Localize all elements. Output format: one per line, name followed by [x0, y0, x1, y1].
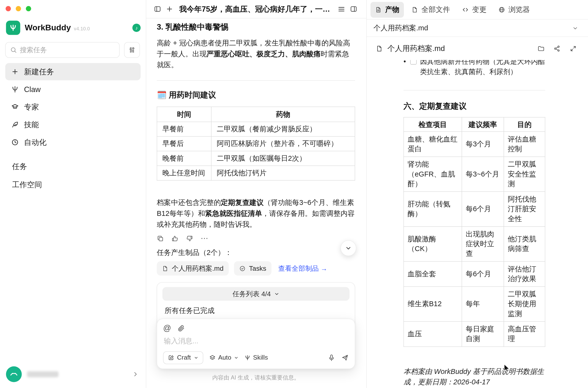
- skills-button[interactable]: Skills: [244, 354, 268, 362]
- sidebar-item-tasks[interactable]: 任务: [5, 158, 141, 175]
- workbuddy-window: WorkBuddy v4.10.0 ♪ 新建任务: [0, 0, 588, 388]
- task-list-toggle[interactable]: 任务列表 4/4: [162, 287, 349, 301]
- view-all-artifacts-link[interactable]: 查看全部制品 →: [278, 264, 327, 273]
- file-toolbar: 个人用药档案.md: [367, 37, 588, 60]
- checkbox-icon[interactable]: [410, 60, 416, 65]
- expand-icon[interactable]: [569, 45, 577, 52]
- column-header: 目的: [504, 117, 545, 132]
- file-toolbar-actions: [537, 45, 577, 52]
- avatar: [6, 366, 22, 382]
- sidebar-item-automation[interactable]: 自动化: [5, 134, 141, 151]
- chat-messages[interactable]: 3. 乳酸性酸中毒警惕 高龄 + 冠心病患者使用二甲双胍，发生乳酸性酸中毒的风险…: [146, 19, 366, 388]
- tab-browser[interactable]: 浏览器: [494, 2, 534, 18]
- chat-panel: 我今年75岁，高血压、冠心病好几年了，一直在... 3. 乳酸性酸中毒警惕 高龄…: [146, 0, 367, 388]
- column-header: 药物: [211, 107, 355, 122]
- tab-label: 全部文件: [422, 5, 450, 14]
- profile-row[interactable]: [0, 366, 146, 388]
- panel-right-icon[interactable]: [350, 5, 357, 13]
- sidebar-item-label: Claw: [24, 85, 41, 94]
- app-name: WorkBuddy: [25, 23, 71, 32]
- tab-changes[interactable]: 变更: [457, 2, 491, 18]
- artifact-file-select[interactable]: 个人用药档案.md: [367, 19, 588, 37]
- graduation-cap-icon: [11, 103, 19, 111]
- new-chat-plus-icon[interactable]: [166, 5, 173, 13]
- claw-icon: [244, 355, 251, 361]
- artifacts-tabbar: 产物 全部文件 变更 浏览器: [367, 0, 588, 19]
- table-row: 早餐后 阿司匹林肠溶片（整片吞，不可嚼碎）: [157, 136, 355, 151]
- mention-icon[interactable]: @: [163, 324, 171, 332]
- search-input[interactable]: [20, 46, 115, 54]
- send-icon[interactable]: [341, 354, 349, 362]
- clock-icon: [11, 138, 19, 146]
- auto-label: Auto: [218, 354, 231, 362]
- document-icon: [376, 45, 383, 52]
- chat-header: 我今年75岁，高血压、冠心病好几年了，一直在...: [146, 0, 366, 19]
- table-row: 肝功能（转氨酶） 每6个月 阿托伐他汀肝脏安全性: [404, 192, 545, 226]
- craft-mode-button[interactable]: Craft: [163, 351, 203, 364]
- medication-timing-table: 时间 药物 早餐前 二甲双胍（餐前减少胃肠反应） 早餐后 阿司匹林肠溶片（整片吞…: [157, 107, 355, 181]
- tab-all-files[interactable]: 全部文件: [407, 2, 454, 18]
- menu-icon[interactable]: [337, 5, 345, 13]
- table-row: 维生素B12 每年 二甲双胍长期使用监测: [404, 287, 545, 321]
- zoom-button[interactable]: [26, 6, 31, 11]
- search-box[interactable]: [5, 42, 120, 58]
- thumbs-down-icon[interactable]: [186, 235, 193, 242]
- app-version: v4.10.0: [74, 26, 90, 31]
- sliders-icon: [128, 46, 136, 54]
- sidebar-item-claw[interactable]: Claw: [5, 81, 141, 98]
- minimize-button[interactable]: [16, 6, 21, 11]
- panel-collapse-icon[interactable]: [154, 5, 161, 13]
- status-badge-icon[interactable]: ♪: [132, 24, 141, 32]
- sidebar-item-label: 技能: [24, 120, 39, 130]
- thumbs-up-icon[interactable]: [171, 235, 178, 242]
- search-icon: [10, 47, 17, 53]
- chevron-right-icon[interactable]: [132, 371, 138, 377]
- tab-artifacts[interactable]: 产物: [370, 2, 404, 18]
- message-input[interactable]: [163, 332, 348, 351]
- artifact-tasks-chip[interactable]: Tasks: [234, 261, 272, 276]
- composer: @ Craft: [157, 318, 355, 369]
- doc-footnote-line: 本档案由 WorkBuddy 基于药品说明书数据生成，更新日期：2026-04-…: [403, 366, 545, 388]
- artifact-tasks-label: Tasks: [249, 265, 266, 272]
- scroll-to-bottom-button[interactable]: [341, 240, 356, 256]
- column-header: 建议频率: [462, 117, 504, 132]
- sidebar-item-workspace[interactable]: 工作空间: [5, 176, 141, 193]
- more-actions-icon[interactable]: ⋯: [201, 234, 209, 243]
- table-row: 早餐前 二甲双胍（餐前减少胃肠反应）: [157, 122, 355, 136]
- chevron-down-icon: [274, 291, 280, 297]
- selected-file-name: 个人用药档案.md: [373, 23, 428, 33]
- sidebar-item-skills[interactable]: 技能: [5, 116, 141, 133]
- tab-label: 浏览器: [508, 5, 530, 14]
- sidebar-item-label: 新建任务: [24, 67, 54, 77]
- share-icon[interactable]: [554, 45, 561, 52]
- chevron-down-icon: [572, 25, 578, 31]
- username-redacted: [27, 371, 59, 377]
- task-list-title: 任务列表 4/4: [232, 290, 271, 298]
- artifact-file-chip[interactable]: 个人用药档案.md: [157, 261, 229, 276]
- warning-paragraph: 高龄 + 冠心病患者使用二甲双胍，发生乳酸性酸中毒的风险高于一般人。出现严重恶心…: [157, 38, 355, 70]
- close-button[interactable]: [6, 6, 11, 11]
- sidebar-item-new-task[interactable]: 新建任务: [5, 63, 141, 80]
- paperclip-icon[interactable]: [178, 324, 185, 331]
- copy-icon[interactable]: [157, 235, 164, 242]
- folder-icon[interactable]: [537, 45, 544, 52]
- search-row: [5, 42, 140, 58]
- timing-heading: 🗓️ 用药时间建议: [157, 90, 355, 100]
- microphone-icon[interactable]: [328, 354, 335, 362]
- tab-label: 变更: [472, 5, 486, 14]
- document-icon: [162, 265, 168, 271]
- globe-icon: [499, 6, 505, 13]
- brand-row: WorkBuddy v4.10.0 ♪: [6, 20, 141, 35]
- composer-attach-row: @: [163, 324, 348, 332]
- tab-label: 产物: [385, 5, 399, 14]
- skills-label: Skills: [253, 354, 268, 362]
- composer-toolbar: Craft Auto: [163, 351, 348, 364]
- layers-icon: [209, 355, 216, 361]
- mouse-cursor: [502, 363, 511, 374]
- claw-icon: [11, 85, 19, 93]
- review-schedule-table: 检查项目 建议频率 目的 血糖、糖化血红蛋白 每3个月 评估血糖控制 肾功能（e…: [403, 117, 545, 347]
- document-view[interactable]: • 因其他病新开任何药物（尤其是大环内酯类抗生素、抗真菌药、利尿剂） 六、定期复…: [367, 60, 588, 388]
- sidebar-item-experts[interactable]: 专家: [5, 98, 141, 116]
- auto-mode-button[interactable]: Auto: [209, 354, 239, 362]
- filter-button[interactable]: [124, 42, 140, 58]
